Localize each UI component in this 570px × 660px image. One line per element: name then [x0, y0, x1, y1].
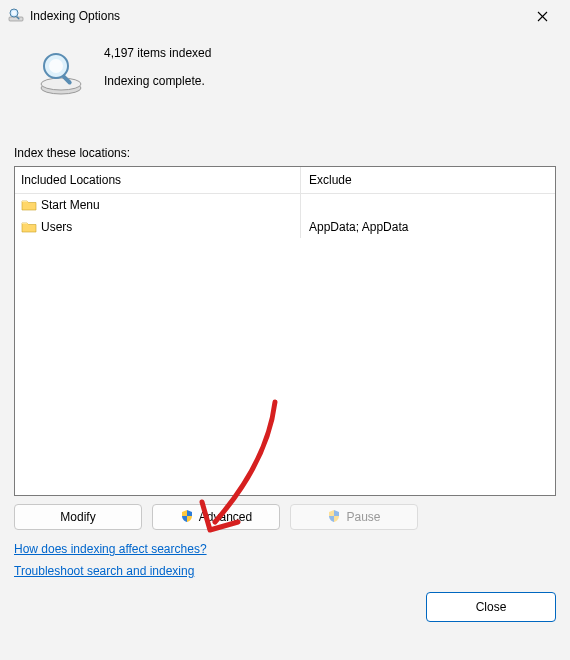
listview-header: Included Locations Exclude	[15, 167, 555, 194]
modify-button[interactable]: Modify	[14, 504, 142, 530]
help-links: How does indexing affect searches? Troub…	[14, 542, 556, 578]
indexing-options-window: Indexing Options 4,197 items inde	[0, 0, 570, 660]
magnifier-drive-icon-large	[36, 48, 86, 98]
column-header-included[interactable]: Included Locations	[15, 167, 301, 194]
help-link-troubleshoot[interactable]: Troubleshoot search and indexing	[14, 564, 194, 578]
content-area: 4,197 items indexed Indexing complete. I…	[0, 32, 570, 660]
titlebar: Indexing Options	[0, 0, 570, 32]
svg-rect-0	[9, 17, 23, 21]
window-close-button[interactable]	[522, 2, 562, 30]
button-row: Modify Advanced	[14, 504, 556, 530]
pause-button: Pause	[290, 504, 418, 530]
folder-icon	[21, 220, 37, 234]
advanced-button[interactable]: Advanced	[152, 504, 280, 530]
included-location-name: Users	[41, 220, 72, 234]
column-header-exclude[interactable]: Exclude	[301, 167, 555, 194]
close-button[interactable]: Close	[426, 592, 556, 622]
indexed-count-text: 4,197 items indexed	[104, 46, 211, 60]
help-link-how-indexing-affects[interactable]: How does indexing affect searches?	[14, 542, 207, 556]
uac-shield-icon	[327, 509, 341, 526]
window-title: Indexing Options	[30, 9, 120, 23]
list-item[interactable]: Start Menu	[15, 194, 555, 216]
indexing-state-text: Indexing complete.	[104, 74, 211, 88]
list-item[interactable]: Users AppData; AppData	[15, 216, 555, 238]
locations-label: Index these locations:	[14, 146, 556, 160]
svg-point-9	[49, 59, 63, 73]
uac-shield-icon	[180, 509, 194, 526]
status-row: 4,197 items indexed Indexing complete.	[14, 42, 556, 98]
included-location-name: Start Menu	[41, 198, 100, 212]
magnifier-drive-icon	[8, 7, 24, 26]
exclude-value: AppData; AppData	[309, 220, 408, 234]
folder-icon	[21, 198, 37, 212]
locations-listview[interactable]: Included Locations Exclude Start Menu	[14, 166, 556, 496]
footer: Close	[14, 592, 556, 622]
svg-point-2	[12, 10, 16, 14]
svg-point-7	[41, 78, 81, 90]
close-icon	[537, 11, 548, 22]
